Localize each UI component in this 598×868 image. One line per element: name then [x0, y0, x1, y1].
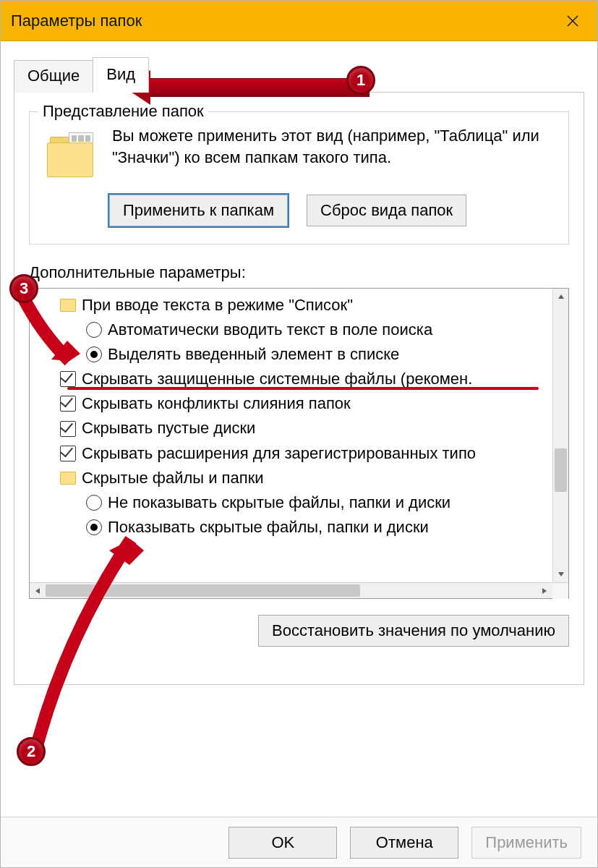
- advanced-item-label: Скрывать расширения для зарегистрированн…: [82, 441, 476, 466]
- svg-marker-4: [35, 588, 40, 594]
- svg-marker-5: [542, 588, 547, 594]
- advanced-item-2[interactable]: Выделять введенный элемент в списке: [35, 342, 565, 367]
- checkbox-icon: [60, 371, 76, 387]
- advanced-item-4[interactable]: Скрывать конфликты слияния папок: [35, 391, 565, 416]
- vertical-scrollbar[interactable]: [552, 289, 568, 582]
- advanced-settings-label: Дополнительные параметры:: [29, 263, 569, 282]
- svg-marker-3: [558, 572, 564, 576]
- scroll-left-icon[interactable]: [30, 583, 46, 599]
- radio-icon: [86, 322, 102, 338]
- close-button[interactable]: [558, 7, 587, 35]
- advanced-item-6[interactable]: Скрывать расширения для зарегистрированн…: [35, 441, 565, 466]
- tabstrip: Общие Вид: [14, 57, 584, 93]
- advanced-item-1[interactable]: Автоматически вводить текст в поле поиск…: [35, 318, 565, 342]
- tab-view-pane: Представление папок Вы можете применить …: [14, 92, 584, 685]
- advanced-item-label: Не показывать скрытые файлы, папки и дис…: [108, 490, 450, 515]
- radio-icon: [86, 519, 102, 535]
- ok-button[interactable]: OK: [228, 827, 337, 859]
- folder-icon: [60, 472, 76, 485]
- advanced-item-7: Скрытые файлы и папки: [35, 466, 565, 490]
- horizontal-scrollbar[interactable]: [30, 582, 568, 598]
- vscroll-thumb[interactable]: [555, 448, 567, 492]
- window-title: Параметры папок: [11, 12, 142, 30]
- checkbox-icon: [60, 421, 76, 437]
- apply-to-folders-button[interactable]: Применить к папкам: [109, 195, 288, 226]
- folder-icon: [60, 299, 76, 312]
- advanced-item-label: Автоматически вводить текст в поле поиск…: [108, 318, 432, 342]
- radio-icon: [86, 346, 102, 362]
- restore-defaults-button[interactable]: Восстановить значения по умолчанию: [258, 615, 569, 647]
- dialog-buttons: OK Отмена Применить: [1, 817, 597, 867]
- advanced-settings-list[interactable]: При вводе текста в режиме "Список"Автома…: [29, 288, 569, 599]
- group-legend: Представление папок: [38, 102, 208, 121]
- folder-icon: [47, 129, 99, 182]
- tab-view[interactable]: Вид: [93, 57, 149, 93]
- advanced-item-8[interactable]: Не показывать скрытые файлы, папки и дис…: [35, 490, 565, 515]
- radio-icon: [86, 495, 102, 511]
- tab-general[interactable]: Общие: [14, 60, 93, 93]
- group-description: Вы можете применить этот вид (например, …: [112, 125, 555, 182]
- advanced-item-label: Скрывать пустые диски: [82, 416, 255, 441]
- scroll-up-icon[interactable]: [553, 289, 569, 305]
- svg-marker-2: [558, 294, 564, 299]
- folder-views-group: Представление папок Вы можете применить …: [29, 111, 569, 244]
- close-icon: [567, 15, 578, 27]
- advanced-item-label: Скрытые файлы и папки: [82, 466, 264, 490]
- apply-button[interactable]: Применить: [471, 827, 581, 859]
- advanced-item-label: Скрывать защищенные системные файлы (рек…: [82, 367, 472, 391]
- scroll-down-icon[interactable]: [553, 566, 569, 582]
- checkbox-icon: [60, 446, 76, 461]
- advanced-item-9[interactable]: Показывать скрытые файлы, папки и диски: [35, 515, 565, 540]
- advanced-item-3[interactable]: Скрывать защищенные системные файлы (рек…: [35, 367, 565, 391]
- advanced-item-label: Показывать скрытые файлы, папки и диски: [108, 515, 429, 540]
- scroll-right-icon[interactable]: [537, 583, 552, 599]
- titlebar: Параметры папок: [1, 1, 597, 41]
- reset-folders-button[interactable]: Сброс вида папок: [307, 195, 466, 226]
- advanced-item-label: При вводе текста в режиме "Список": [82, 293, 353, 318]
- folder-options-dialog: Параметры папок Общие Вид Представление …: [0, 0, 598, 868]
- advanced-item-label: Скрывать конфликты слияния папок: [82, 391, 351, 416]
- advanced-item-0: При вводе текста в режиме "Список": [35, 293, 565, 318]
- advanced-item-label: Выделять введенный элемент в списке: [108, 342, 399, 367]
- hscroll-thumb[interactable]: [46, 584, 360, 597]
- checkbox-icon: [60, 396, 76, 412]
- advanced-item-5[interactable]: Скрывать пустые диски: [35, 416, 565, 441]
- cancel-button[interactable]: Отмена: [350, 827, 458, 859]
